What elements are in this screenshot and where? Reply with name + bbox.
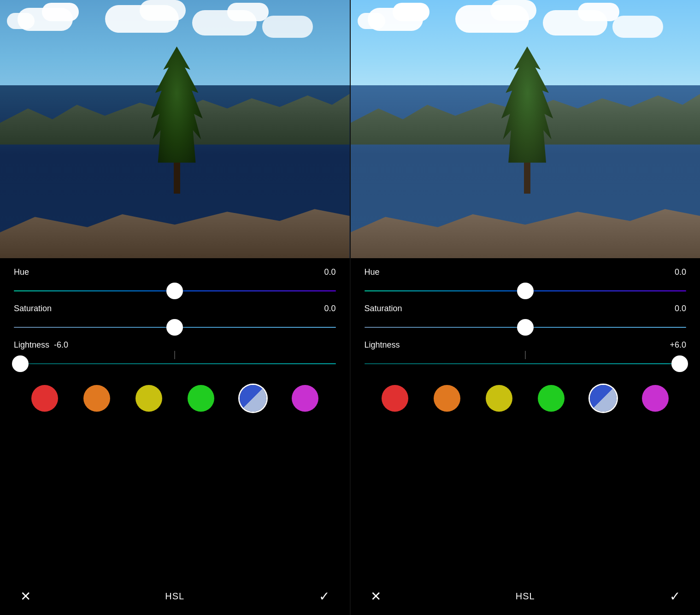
color-chips-left [14,378,336,418]
color-chips-right [365,378,687,418]
controls-right: Hue 0.0 Saturation 0.0 [351,258,700,579]
hue-value-right: 0.0 [675,267,686,277]
saturation-thumb-left[interactable] [166,319,183,336]
chip-purple-right[interactable] [642,385,669,412]
lightness-label-left: Lightness -6.0 [14,340,68,350]
chip-orange-left[interactable] [83,385,110,412]
chip-yellow-left[interactable] [135,385,162,412]
saturation-group-right: Saturation 0.0 [365,304,687,337]
chip-green-left[interactable] [188,385,214,412]
saturation-value-right: 0.0 [675,304,686,313]
hue-group-right: Hue 0.0 [365,267,687,300]
lightness-group-left: Lightness -6.0 [14,340,336,373]
cancel-button-left[interactable]: ✕ [14,585,37,608]
lightness-slider-left[interactable] [14,355,336,373]
chip-blue-right[interactable] [590,385,617,412]
chip-red-left[interactable] [31,385,58,412]
chip-green-right[interactable] [538,385,565,412]
hue-thumb-right[interactable] [517,283,534,299]
hue-slider-left[interactable] [14,282,336,300]
photo-preview-right [351,0,700,258]
lightness-value-left: -6.0 [54,340,68,349]
saturation-value-left: 0.0 [324,304,335,313]
photo-scene-right [351,0,700,258]
saturation-label-left: Saturation [14,304,52,313]
app-container: Hue 0.0 Saturation 0.0 [0,0,700,615]
chip-yellow-right[interactable] [486,385,512,412]
saturation-slider-left[interactable] [14,318,336,337]
hue-label-left: Hue [14,267,29,277]
chip-blue-left[interactable] [240,385,266,412]
lightness-group-right: Lightness +6.0 [365,340,687,373]
cancel-button-right[interactable]: ✕ [365,585,388,608]
photo-scene-left [0,0,350,258]
saturation-group-left: Saturation 0.0 [14,304,336,337]
saturation-thumb-right[interactable] [517,319,534,336]
lightness-slider-right[interactable] [365,355,687,373]
saturation-label-right: Saturation [365,304,402,313]
hue-thumb-left[interactable] [166,283,183,299]
chip-orange-right[interactable] [434,385,460,412]
hue-label-right: Hue [365,267,380,277]
photo-preview-left [0,0,350,258]
bottom-bar-right: ✕ HSL ✓ [351,579,700,615]
confirm-button-right[interactable]: ✓ [663,585,686,608]
hue-group-left: Hue 0.0 [14,267,336,300]
panel-left: Hue 0.0 Saturation 0.0 [0,0,350,615]
bottom-bar-left: ✕ HSL ✓ [0,579,350,615]
lightness-value-right: +6.0 [670,340,686,350]
chip-red-right[interactable] [382,385,408,412]
chip-purple-left[interactable] [292,385,318,412]
controls-left: Hue 0.0 Saturation 0.0 [0,258,350,579]
hue-slider-right[interactable] [365,282,687,300]
saturation-slider-right[interactable] [365,318,687,337]
lightness-thumb-right[interactable] [671,355,688,372]
lightness-label-right: Lightness [365,340,400,350]
hue-value-left: 0.0 [324,267,335,277]
confirm-button-left[interactable]: ✓ [313,585,336,608]
title-label-left: HSL [165,591,184,602]
title-label-right: HSL [516,591,535,602]
lightness-thumb-left[interactable] [12,355,29,372]
panel-right: Hue 0.0 Saturation 0.0 [351,0,700,615]
